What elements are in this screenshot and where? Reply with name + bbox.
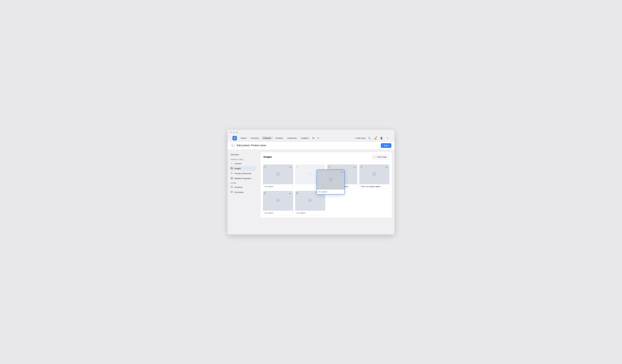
image-num-4: 4 [361, 166, 362, 168]
sidebar: Overview PRODUCT INFO ≡ Content Images [228, 150, 258, 234]
image-icon-5 [276, 198, 280, 203]
image-icon-2 [308, 172, 312, 177]
notifications-icon[interactable]: 🔔 [373, 136, 377, 140]
image-num-5: 5 [265, 192, 266, 194]
save-button[interactable]: Save [381, 143, 391, 148]
traffic-light-minimize[interactable] [233, 132, 235, 133]
editbar: ‹ Edit product: Product name Save [228, 142, 394, 150]
svg-rect-21 [329, 178, 332, 181]
svg-point-2 [231, 173, 232, 173]
image-caption-1: No caption. [263, 184, 293, 189]
svg-rect-9 [277, 172, 279, 175]
image-icon-6 [308, 198, 312, 203]
svg-point-10 [277, 173, 278, 174]
sidebar-item-images[interactable]: Images [229, 166, 256, 171]
floating-caption: No caption. [317, 190, 344, 194]
image-num-1: 1 [265, 166, 266, 168]
svg-rect-4 [232, 177, 233, 178]
external-link-icon: ↗ [354, 137, 355, 139]
image-num-6: 6 [297, 192, 298, 194]
nav-item-contacts[interactable]: Contacts [273, 136, 285, 140]
titlebar: ⚡ Orders Inventory Products Contacts Cus… [228, 130, 394, 142]
add-image-button[interactable]: + + Add image [372, 154, 389, 159]
image-more-5[interactable]: ••• [289, 192, 292, 195]
app-window: ⚡ Orders Inventory Products Contacts Cus… [228, 130, 394, 234]
svg-point-1 [231, 168, 232, 168]
logo-icon[interactable]: ⚡ [233, 136, 237, 140]
pricing-icon [231, 172, 233, 175]
svg-rect-19 [309, 199, 311, 202]
navbar: ⚡ Orders Inventory Products Contacts Cus… [230, 135, 392, 141]
image-card-4[interactable]: 4 ••• This is an image caption. [359, 164, 389, 189]
image-placeholder-4: 4 ••• [359, 165, 389, 184]
page-title: Edit product: Product name [237, 144, 379, 147]
svg-rect-6 [232, 178, 233, 179]
content-icon: ≡ [231, 162, 233, 165]
svg-rect-17 [277, 199, 279, 202]
traffic-light-fullscreen[interactable] [236, 132, 238, 133]
image-num-2: 2 [297, 166, 298, 168]
svg-rect-3 [231, 177, 232, 178]
content-area: Images + + Add image 1 ••• [258, 150, 394, 234]
image-card-5[interactable]: 5 ••• No caption. [263, 191, 293, 215]
image-card-6[interactable]: 6 No caption. [295, 191, 325, 215]
plus-icon: + [374, 156, 375, 158]
notification-badge [376, 136, 377, 137]
sidebar-item-inventory[interactable]: Inventory [229, 185, 256, 190]
images-grid: 1 ••• No caption. [260, 162, 392, 218]
images-card: Images + + Add image 1 ••• [260, 152, 392, 218]
sidebar-item-overview[interactable]: Overview [229, 153, 256, 157]
svg-rect-8 [231, 191, 233, 193]
nav-item-analytics[interactable]: Analytics [299, 136, 311, 140]
nav-item-orders[interactable]: Orders [239, 136, 249, 140]
images-icon [231, 167, 233, 170]
nav-item-customize[interactable]: Customize [286, 136, 298, 140]
image-placeholder-1: 1 ••• [263, 165, 293, 184]
sidebar-item-content[interactable]: ≡ Content [229, 161, 256, 166]
image-more-1[interactable]: ••• [289, 166, 292, 169]
images-card-header: Images + + Add image [260, 152, 392, 162]
svg-point-22 [330, 178, 330, 179]
traffic-lights [230, 132, 392, 133]
inventory-icon [231, 186, 233, 189]
svg-point-20 [309, 199, 310, 200]
nav-right: ↗ View shop 🔍 🔔 👤 ▾ [354, 136, 389, 140]
sidebar-item-pricing[interactable]: Pricing & Discounts [229, 171, 256, 176]
image-caption-5: No caption. [263, 211, 293, 215]
image-more-4[interactable]: ••• [385, 166, 388, 169]
more-icon[interactable]: ••• [316, 136, 320, 140]
image-caption-6: No caption. [295, 211, 325, 215]
view-shop-link[interactable]: ↗ View shop [354, 137, 365, 139]
image-num-3: 3 [329, 166, 330, 168]
sidebar-section-product-info: PRODUCT INFO [229, 158, 256, 161]
traffic-light-close[interactable] [230, 132, 232, 133]
main-layout: Overview PRODUCT INFO ≡ Content Images [228, 150, 394, 234]
sidebar-section-other: OTHER [229, 182, 256, 185]
image-placeholder-5: 5 ••• [263, 191, 293, 211]
floating-image-icon [329, 178, 332, 182]
purchases-icon [231, 191, 233, 193]
settings-icon[interactable]: ⚙ [311, 136, 315, 140]
floating-placeholder: ••• [317, 170, 344, 190]
svg-point-18 [277, 199, 278, 200]
image-card-1[interactable]: 1 ••• No caption. [263, 164, 293, 189]
image-caption-4: This is an image caption. [359, 184, 389, 189]
back-button[interactable]: ‹ [231, 143, 235, 148]
add-image-label: + Add image [376, 156, 387, 158]
sidebar-item-purchases[interactable]: Purchases [229, 190, 256, 195]
search-icon[interactable]: 🔍 [367, 136, 371, 140]
user-icon[interactable]: 👤 [379, 136, 384, 140]
image-more-3[interactable]: ••• [353, 166, 356, 169]
nav-item-inventory[interactable]: Inventory [249, 136, 261, 140]
floating-drag-card[interactable]: ••• No caption. [317, 170, 345, 194]
sidebar-item-detailed-properties[interactable]: Detailed Properties [229, 176, 256, 181]
svg-rect-15 [373, 172, 376, 175]
image-icon-4 [372, 172, 376, 177]
account-chevron-icon[interactable]: ▾ [385, 136, 389, 140]
svg-rect-5 [231, 178, 232, 179]
floating-more-icon[interactable]: ••• [341, 171, 343, 173]
detailed-properties-icon [231, 177, 233, 180]
nav-item-products[interactable]: Products [261, 136, 273, 140]
svg-point-12 [309, 173, 310, 174]
svg-rect-11 [309, 172, 311, 175]
